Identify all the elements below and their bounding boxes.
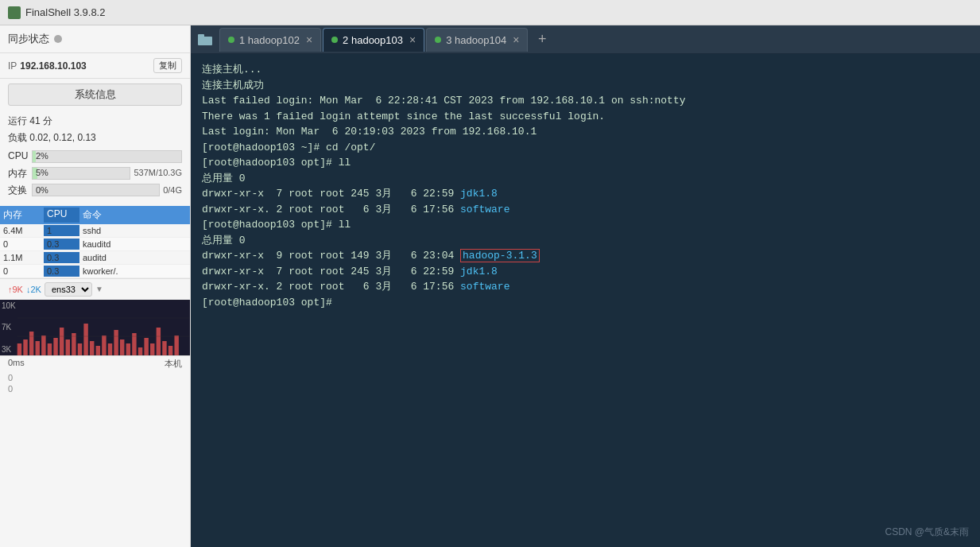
- app-title: FinalShell 3.9.8.2: [25, 6, 105, 18]
- latency-values2: 0: [0, 384, 190, 395]
- proc-row: 0 0.3 kauditd: [0, 238, 190, 251]
- folder-button[interactable]: [194, 29, 216, 51]
- app-icon: [8, 6, 21, 19]
- tab-hadoop103[interactable]: 2 hadoop103 ×: [323, 28, 424, 52]
- term-line: [root@hadoop103 opt]# ll: [202, 155, 969, 171]
- add-tab-button[interactable]: +: [533, 30, 552, 49]
- proc-mem: 1.1M: [0, 252, 44, 263]
- svg-rect-1: [23, 339, 27, 355]
- cpu-stat: CPU 2%: [8, 149, 182, 164]
- net-arrow: ▼: [95, 285, 103, 293]
- svg-rect-6: [53, 338, 57, 355]
- swap-detail: 0/4G: [163, 184, 182, 198]
- sync-status-row: 同步状态: [0, 25, 190, 53]
- svg-rect-24: [162, 341, 166, 355]
- cpu-bar: 2%: [32, 150, 182, 163]
- term-line: 连接主机成功: [202, 78, 969, 94]
- copy-button[interactable]: 复制: [153, 58, 182, 73]
- net-interface-select[interactable]: ens33: [45, 282, 92, 297]
- term-line: drwxr-xr-x. 2 root root 6 3月 6 17:56 sof…: [202, 279, 969, 295]
- term-line: 总用量 0: [202, 233, 969, 249]
- tab-hadoop102[interactable]: 1 hadoop102 ×: [219, 28, 321, 52]
- tab-label-1: 1 hadoop102: [239, 34, 300, 46]
- ip-label: IP: [8, 60, 17, 72]
- traffic-chart-svg: [0, 300, 190, 355]
- mem-bar: 5%: [32, 167, 130, 180]
- proc-mem: 6.4M: [0, 225, 44, 236]
- term-line: drwxr-xr-x 7 root root 245 3月 6 22:59 jd…: [202, 264, 969, 280]
- proc-cpu: 0.3: [44, 239, 79, 250]
- dir-link: software: [460, 204, 509, 215]
- tab-close-1[interactable]: ×: [306, 33, 312, 46]
- chart-label-bot: 3K: [2, 345, 16, 354]
- term-line: There was 1 failed login attempt since t…: [202, 109, 969, 125]
- svg-rect-4: [41, 336, 45, 355]
- svg-rect-0: [17, 343, 21, 355]
- location-label: 本机: [165, 358, 182, 370]
- tab-close-3[interactable]: ×: [513, 33, 519, 46]
- svg-rect-15: [108, 343, 112, 355]
- proc-header-cpu: CPU: [44, 208, 79, 223]
- mem-stat: 内存 5% 537M/10.3G: [8, 166, 182, 181]
- dir-link: jdk1.8: [460, 266, 498, 277]
- svg-rect-7: [60, 328, 64, 355]
- svg-rect-8: [66, 339, 70, 355]
- mem-detail: 537M/10.3G: [134, 166, 182, 180]
- svg-rect-20: [138, 347, 142, 355]
- ip-value: 192.168.10.103: [20, 60, 86, 72]
- terminal[interactable]: 连接主机... 连接主机成功 Last failed login: Mon Ma…: [191, 54, 980, 547]
- bottom-row: 0ms 本机: [0, 355, 190, 371]
- latency-values: 0: [0, 371, 190, 384]
- net-up: ↑9K: [8, 285, 23, 294]
- proc-cpu: 0.3: [44, 266, 79, 277]
- proc-row: 1.1M 0.3 auditd: [0, 251, 190, 265]
- proc-table-header: 内存 CPU 命令: [0, 206, 190, 224]
- proc-cmd: kauditd: [79, 239, 190, 250]
- chart-label-mid: 7K: [2, 323, 16, 332]
- load-info: 负载 0.02, 0.12, 0.13: [8, 130, 182, 145]
- term-line: drwxr-xr-x. 2 root root 6 3月 6 17:56 sof…: [202, 202, 969, 218]
- tab-dot-2: [331, 37, 338, 43]
- traffic-chart: 10K 7K 3K: [0, 300, 190, 355]
- proc-header-mem: 内存: [0, 208, 44, 223]
- svg-rect-2: [29, 332, 33, 355]
- run-time: 运行 41 分: [8, 114, 182, 129]
- proc-cpu: 1: [44, 225, 79, 236]
- proc-row: 6.4M 1 sshd: [0, 224, 190, 238]
- sidebar: 同步状态 IP 192.168.10.103 复制 系统信息 运行 41 分 负…: [0, 25, 191, 547]
- tab-hadoop104[interactable]: 3 hadoop104 ×: [426, 28, 528, 52]
- swap-label: 交换: [8, 183, 32, 198]
- net-row: ↑9K ↓2K ens33 ▼: [0, 278, 190, 300]
- svg-rect-32: [198, 34, 204, 37]
- watermark: CSDN @气质&末雨: [885, 526, 969, 539]
- stats-panel: 运行 41 分 负载 0.02, 0.12, 0.13 CPU 2% 内存 5%…: [0, 111, 190, 203]
- proc-cmd: kworker/.: [79, 266, 190, 277]
- dir-link: jdk1.8: [460, 188, 498, 200]
- term-line: Last login: Mon Mar 6 20:19:03 2023 from…: [202, 124, 969, 140]
- cpu-value: 2%: [36, 150, 48, 163]
- main-layout: 同步状态 IP 192.168.10.103 复制 系统信息 运行 41 分 负…: [0, 25, 980, 547]
- proc-header-cmd: 命令: [79, 208, 190, 223]
- tab-close-2[interactable]: ×: [409, 33, 416, 46]
- svg-rect-22: [150, 343, 154, 355]
- folder-icon: [198, 34, 212, 45]
- right-panel: 1 hadoop102 × 2 hadoop103 × 3 hadoop104 …: [191, 25, 980, 547]
- svg-rect-17: [120, 339, 124, 355]
- swap-percent: 0%: [36, 184, 48, 196]
- term-line: Last failed login: Mon Mar 6 22:28:41 CS…: [202, 93, 969, 109]
- sysinfo-button[interactable]: 系统信息: [8, 83, 182, 106]
- swap-bar: 0%: [32, 184, 160, 196]
- chart-label-top: 10K: [2, 301, 16, 310]
- proc-mem: 0: [0, 266, 44, 277]
- proc-list: 6.4M 1 sshd 0 0.3 kauditd 1.1M 0.3 audit…: [0, 224, 190, 278]
- proc-row: 0 0.3 kworker/.: [0, 265, 190, 278]
- svg-rect-26: [174, 336, 178, 355]
- sync-dot: [54, 35, 62, 43]
- term-line: [root@hadoop103 ~]# cd /opt/: [202, 140, 969, 156]
- tab-bar: 1 hadoop102 × 2 hadoop103 × 3 hadoop104 …: [191, 25, 980, 54]
- dir-link-highlighted: hadoop-3.1.3: [460, 249, 540, 262]
- titlebar: FinalShell 3.9.8.2: [0, 0, 980, 25]
- term-line: [root@hadoop103 opt]# ll: [202, 217, 969, 233]
- svg-rect-10: [78, 343, 82, 355]
- dir-link: software: [460, 281, 509, 293]
